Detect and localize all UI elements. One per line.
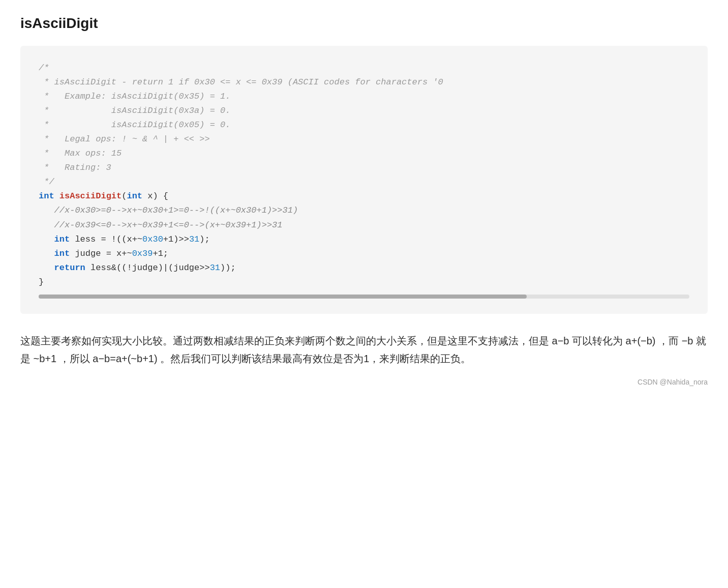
scrollbar-thumb[interactable]: [39, 295, 527, 299]
footer-credit: CSDN @Nahida_nora: [20, 378, 708, 386]
scrollbar-track[interactable]: [39, 295, 689, 299]
page-title: isAsciiDigit: [20, 15, 708, 32]
code-block: /* * isAsciiDigit - return 1 if 0x30 <= …: [20, 46, 708, 314]
description-text: 这题主要考察如何实现大小比较。通过两数相减结果的正负来判断两个数之间的大小关系，…: [20, 332, 708, 368]
code-content: /* * isAsciiDigit - return 1 if 0x30 <= …: [39, 61, 689, 289]
